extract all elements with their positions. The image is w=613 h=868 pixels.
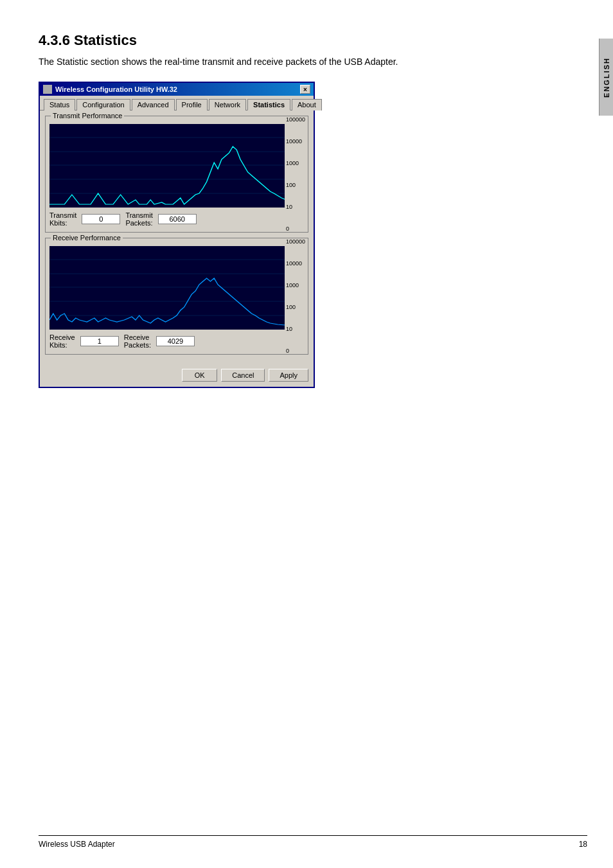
- side-tab-label: ENGLISH: [603, 57, 610, 98]
- receive-group-label: Receive Performance: [51, 234, 123, 242]
- y-label-0: 0: [286, 226, 305, 232]
- tab-advanced[interactable]: Advanced: [132, 99, 175, 111]
- tab-about[interactable]: About: [292, 99, 322, 111]
- dialog-title-text: Wireless Configuration Utility HW.32: [43, 85, 177, 94]
- tab-status[interactable]: Status: [44, 99, 75, 111]
- transmit-stats-row: TransmitKbits: 0 TransmitPackets: 6060: [49, 211, 304, 227]
- receive-kbits-label: ReceiveKbits:: [49, 333, 75, 349]
- apply-button[interactable]: Apply: [269, 369, 308, 382]
- transmit-chart: [49, 124, 304, 208]
- dialog-tabs: Status Configuration Advanced Profile Ne…: [40, 96, 314, 111]
- dialog-window: Wireless Configuration Utility HW.32 × S…: [39, 82, 315, 388]
- ry-label-1000: 1000: [286, 282, 305, 288]
- dialog-title-label: Wireless Configuration Utility HW.32: [55, 85, 177, 93]
- y-label-100000: 100000: [286, 116, 305, 123]
- ry-label-10000: 10000: [286, 260, 305, 267]
- ry-label-10: 10: [286, 326, 305, 332]
- dialog-title-icon: [43, 85, 52, 94]
- transmit-packets-label: TransmitPackets:: [125, 211, 152, 227]
- y-label-100: 100: [286, 182, 305, 188]
- page-description: The Statistic section shows the real-tim…: [39, 55, 574, 69]
- receive-chart-svg: [49, 246, 304, 330]
- transmit-y-axis: 100000 10000 1000 100 10 0: [285, 116, 306, 232]
- transmit-group-label: Transmit Performance: [51, 112, 124, 120]
- main-content: 4.3.6 Statistics The Statistic section s…: [0, 0, 613, 414]
- svg-rect-0: [49, 124, 304, 208]
- tab-statistics[interactable]: Statistics: [247, 99, 290, 111]
- receive-stats-row: ReceiveKbits: 1 ReceivePackets: 4029: [49, 333, 304, 349]
- transmit-kbits-label: TransmitKbits:: [49, 211, 76, 227]
- ry-label-0: 0: [286, 348, 305, 354]
- receive-packets-value: 4029: [156, 336, 195, 346]
- transmit-packets-value: 6060: [158, 214, 197, 224]
- ry-label-100: 100: [286, 304, 305, 310]
- tab-network[interactable]: Network: [209, 99, 246, 111]
- side-tab: ENGLISH: [599, 39, 613, 116]
- page-footer: Wireless USB Adapter 18: [39, 835, 587, 849]
- footer-left: Wireless USB Adapter: [39, 840, 115, 849]
- transmit-group: Transmit Performance: [45, 116, 308, 233]
- page-heading: 4.3.6 Statistics: [39, 32, 574, 49]
- receive-packets-label: ReceivePackets:: [124, 333, 151, 349]
- transmit-chart-svg: [49, 124, 304, 208]
- y-label-10: 10: [286, 204, 305, 210]
- cancel-button[interactable]: Cancel: [221, 369, 265, 382]
- receive-group: Receive Performance: [45, 238, 308, 355]
- y-label-10000: 10000: [286, 138, 305, 145]
- dialog-body: Transmit Performance: [40, 111, 314, 365]
- receive-chart: [49, 246, 304, 330]
- svg-rect-6: [49, 246, 304, 330]
- tab-configuration[interactable]: Configuration: [76, 99, 130, 111]
- dialog-buttons: OK Cancel Apply: [40, 365, 314, 387]
- receive-kbits-value: 1: [80, 336, 119, 346]
- y-label-1000: 1000: [286, 160, 305, 166]
- dialog-titlebar: Wireless Configuration Utility HW.32 ×: [40, 83, 314, 96]
- ry-label-100000: 100000: [286, 238, 305, 245]
- transmit-kbits-value: 0: [82, 214, 120, 224]
- receive-y-axis: 100000 10000 1000 100 10 0: [285, 238, 306, 354]
- ok-button[interactable]: OK: [182, 369, 217, 382]
- tab-profile[interactable]: Profile: [176, 99, 208, 111]
- dialog-close-button[interactable]: ×: [300, 85, 310, 94]
- footer-right: 18: [579, 840, 587, 849]
